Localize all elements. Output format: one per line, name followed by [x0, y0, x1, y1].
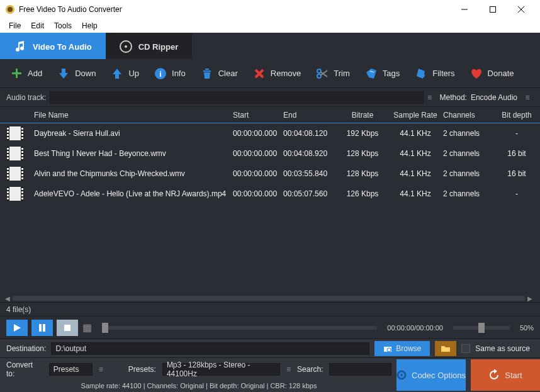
svg-rect-44: [21, 171, 23, 173]
file-channels: 2 channels: [443, 129, 493, 138]
destination-field[interactable]: D:\output: [51, 342, 369, 355]
method-value[interactable]: Encode Audio: [471, 93, 517, 102]
svg-rect-45: [21, 174, 23, 176]
add-button[interactable]: Add: [10, 67, 42, 80]
svg-text:i: i: [159, 69, 162, 79]
presets-label: Presets:: [128, 365, 156, 374]
col-sample[interactable]: Sample Rate: [388, 111, 443, 120]
file-count: 4 file(s): [6, 305, 31, 314]
svg-rect-58: [39, 324, 42, 332]
file-bitrate: 192 Kbps: [337, 129, 388, 138]
col-filename[interactable]: File Name: [30, 111, 233, 120]
donate-button[interactable]: Donate: [470, 67, 514, 80]
svg-rect-57: [21, 198, 23, 199]
menu-edit[interactable]: Edit: [27, 20, 48, 31]
file-start: 00:00:00.000: [233, 189, 283, 198]
heart-icon: [470, 67, 483, 80]
svg-rect-22: [21, 131, 23, 133]
preset-select[interactable]: Mp3 - 128kbps - Stereo - 44100Hz: [162, 363, 280, 376]
minimize-button[interactable]: [450, 0, 478, 19]
file-bitrate: 126 Kbps: [337, 189, 388, 198]
down-button[interactable]: Down: [57, 67, 96, 80]
play-button[interactable]: [6, 320, 28, 336]
seek-slider[interactable]: [102, 326, 377, 330]
tags-button[interactable]: Tags: [365, 67, 400, 80]
file-bitrate: 128 Kbps: [337, 149, 388, 158]
tab-cd-ripper[interactable]: CD Ripper: [106, 33, 193, 59]
convert-mode-menu-icon[interactable]: [99, 365, 103, 374]
player-bar: ▦ 00:00:00/00:00:00 50%: [0, 316, 540, 339]
file-end: 00:05:07.560: [283, 189, 337, 198]
svg-rect-53: [7, 198, 9, 199]
menu-help[interactable]: Help: [78, 20, 101, 31]
stop-button[interactable]: [57, 320, 78, 336]
file-end: 00:04:08.920: [283, 149, 337, 158]
status-bar: 4 file(s): [0, 302, 540, 316]
file-depth: 16 bit: [493, 149, 540, 158]
scroll-left-icon[interactable]: ◀: [5, 295, 10, 302]
repeat-icon[interactable]: ▦: [82, 322, 92, 333]
menu-file[interactable]: File: [5, 20, 25, 31]
svg-rect-24: [21, 137, 23, 139]
browse-button[interactable]: Browse: [374, 341, 430, 356]
clear-button[interactable]: Clear: [201, 67, 238, 80]
up-button[interactable]: Up: [111, 67, 139, 80]
svg-rect-42: [7, 177, 9, 179]
svg-rect-21: [21, 128, 23, 130]
tab-label: Video To Audio: [33, 42, 92, 52]
svg-rect-28: [7, 148, 9, 150]
file-channels: 2 channels: [443, 189, 493, 198]
remove-button[interactable]: Remove: [253, 67, 301, 80]
svg-rect-56: [21, 194, 23, 196]
music-note-icon: [14, 40, 26, 53]
col-channels[interactable]: Channels: [443, 111, 493, 120]
svg-rect-41: [7, 174, 9, 176]
audio-track-menu-icon[interactable]: [424, 93, 436, 102]
svg-rect-50: [7, 188, 9, 190]
svg-rect-52: [7, 194, 9, 196]
search-field[interactable]: [329, 363, 391, 376]
table-row[interactable]: Alvin and the Chipmunks Chip-Wrecked.wmv…: [0, 164, 540, 184]
tab-label: CD Ripper: [138, 42, 179, 52]
file-start: 00:00:00.000: [233, 129, 283, 138]
gear-icon: [397, 370, 407, 380]
file-end: 00:04:08.120: [283, 129, 337, 138]
table-row[interactable]: Best Thing I Never Had - Beyonce.wmv00:0…: [0, 143, 540, 164]
table-row[interactable]: AdeleVEVO - Adele - Hello (Live at the N…: [0, 184, 540, 204]
start-button[interactable]: Start: [471, 359, 540, 391]
convert-mode-select[interactable]: Presets: [49, 363, 93, 376]
file-name: Daybreak - Sierra Hull.avi: [30, 129, 233, 138]
info-button[interactable]: i Info: [154, 67, 186, 80]
svg-rect-55: [21, 191, 23, 193]
filter-icon: [415, 67, 427, 80]
same-as-source-checkbox[interactable]: [461, 344, 470, 353]
same-as-source-label: Same as source: [475, 344, 530, 353]
preset-menu-icon[interactable]: [286, 365, 291, 374]
svg-rect-51: [7, 191, 9, 193]
close-button[interactable]: [507, 0, 535, 19]
volume-value: 50%: [520, 324, 534, 332]
file-name: Alvin and the Chipmunks Chip-Wrecked.wmv: [30, 169, 233, 178]
scroll-right-icon[interactable]: ▶: [527, 295, 532, 302]
tab-video-to-audio[interactable]: Video To Audio: [0, 33, 106, 59]
svg-rect-20: [7, 137, 9, 139]
col-bitrate[interactable]: Bitrate: [337, 111, 388, 120]
horizontal-scrollbar[interactable]: ◀ ▶: [0, 294, 540, 302]
trim-button[interactable]: Trim: [316, 67, 350, 80]
audio-track-field[interactable]: [50, 91, 423, 104]
svg-rect-39: [7, 168, 9, 170]
method-menu-icon[interactable]: [521, 93, 534, 102]
filters-button[interactable]: Filters: [415, 67, 454, 80]
codec-options-button[interactable]: Codec Options: [397, 359, 466, 391]
svg-rect-33: [21, 151, 23, 153]
menu-tools[interactable]: Tools: [50, 20, 76, 31]
maximize-button[interactable]: [478, 0, 507, 19]
col-end[interactable]: End: [283, 111, 337, 120]
open-folder-button[interactable]: [435, 341, 456, 356]
table-row[interactable]: Daybreak - Sierra Hull.avi00:00:00.00000…: [0, 123, 540, 143]
pause-button[interactable]: [31, 320, 53, 336]
svg-rect-18: [7, 131, 9, 133]
col-start[interactable]: Start: [233, 111, 283, 120]
volume-slider[interactable]: [453, 326, 510, 330]
col-depth[interactable]: Bit depth: [493, 111, 540, 120]
